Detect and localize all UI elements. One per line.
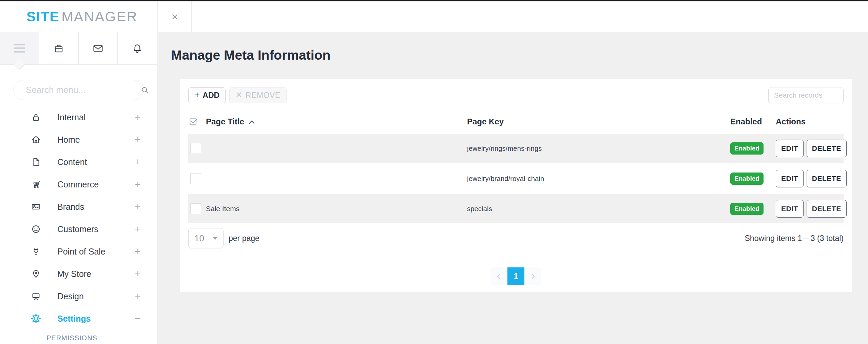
expand-icon[interactable]: + <box>135 112 141 123</box>
chevron-left-icon <box>495 272 503 280</box>
delete-button[interactable]: DELETE <box>807 200 847 218</box>
divider <box>188 260 844 260</box>
expand-icon[interactable]: + <box>135 223 141 235</box>
pager: 1 <box>490 267 541 285</box>
expand-icon[interactable]: + <box>135 156 141 168</box>
caret-down-icon <box>213 237 217 240</box>
edit-button[interactable]: EDIT <box>776 200 804 218</box>
easel-icon <box>31 291 41 302</box>
status-badge: Enabled <box>730 142 764 155</box>
expand-icon[interactable]: + <box>135 179 141 190</box>
sidebar-item-settings[interactable]: Settings − <box>0 307 157 330</box>
sidebar-item-label: Settings <box>57 314 91 324</box>
x-icon: ✕ <box>235 91 243 99</box>
cart-icon <box>31 179 41 190</box>
sidebar-item-point-of-sale[interactable]: Point of Sale + <box>0 240 157 263</box>
showing-items-text: Showing items 1 – 3 (3 total) <box>745 234 844 243</box>
mail-button[interactable] <box>79 32 118 64</box>
menu-search-input[interactable] <box>25 84 140 96</box>
logo: SITE MANAGER <box>26 1 138 32</box>
delete-button[interactable]: DELETE <box>807 140 847 157</box>
sidebar-item-my-store[interactable]: My Store + <box>0 263 157 285</box>
row-checkbox[interactable] <box>190 173 201 184</box>
sidebar-item-internal[interactable]: Internal + <box>0 106 157 128</box>
menu-search <box>13 80 144 100</box>
select-all-checkbox[interactable] <box>188 117 206 127</box>
page-key-cell: specials <box>467 205 730 213</box>
sidebar: Internal + Home + Content + Commerce + B… <box>0 32 157 344</box>
panel-toolbar: + ADD ✕ REMOVE <box>188 79 844 103</box>
sidebar-item-label: Customers <box>57 224 98 234</box>
sidebar-subitem-permissions[interactable]: PERMISSIONS <box>0 330 157 344</box>
briefcase-button[interactable] <box>39 32 79 64</box>
collapse-icon[interactable]: − <box>135 313 141 324</box>
status-badge: Enabled <box>730 203 764 215</box>
smiley-icon <box>31 224 41 235</box>
per-page-select[interactable]: 10 <box>188 228 224 248</box>
logo-site: SITE <box>26 9 59 25</box>
sidebar-item-label: Point of Sale <box>57 247 105 257</box>
pagination-controls: 10 per page Showing items 1 – 3 (3 total… <box>188 228 844 248</box>
top-strip <box>0 0 868 1</box>
gear-icon <box>31 313 41 324</box>
sidebar-item-design[interactable]: Design + <box>0 285 157 307</box>
app-header: SITE MANAGER <box>0 0 868 32</box>
page-key-cell: jewelry/rings/mens-rings <box>467 145 730 153</box>
expand-icon[interactable]: + <box>135 290 141 302</box>
remove-button[interactable]: ✕ REMOVE <box>229 87 286 103</box>
sidebar-item-commerce[interactable]: Commerce + <box>0 173 157 196</box>
sidebar-item-label: Internal <box>57 113 85 122</box>
sidebar-item-label: Commerce <box>57 180 99 189</box>
lock-icon <box>31 112 41 123</box>
close-tab-button[interactable] <box>157 1 192 32</box>
row-checkbox[interactable] <box>190 143 201 154</box>
sidebar-item-brands[interactable]: Brands + <box>0 196 157 218</box>
column-header-page-key: Page Key <box>467 117 730 126</box>
sidebar-item-label: My Store <box>57 269 91 279</box>
main-content: Manage Meta Information + ADD ✕ REMOVE P… <box>157 32 868 344</box>
expand-icon[interactable]: + <box>135 134 141 145</box>
chevron-right-icon <box>529 272 537 280</box>
prev-page-button[interactable] <box>490 267 507 285</box>
sidebar-item-label: Brands <box>57 202 84 212</box>
logo-manager: MANAGER <box>61 9 138 25</box>
expand-icon[interactable]: + <box>135 201 141 213</box>
add-button[interactable]: + ADD <box>188 87 226 103</box>
page-icon <box>31 157 41 167</box>
bell-icon <box>131 42 143 55</box>
sidebar-icon-toolbar <box>0 32 157 65</box>
expand-icon[interactable]: + <box>135 268 141 280</box>
close-icon <box>170 12 180 22</box>
column-header-enabled: Enabled <box>730 117 776 126</box>
check-square-icon <box>189 117 199 127</box>
delete-button[interactable]: DELETE <box>807 170 847 187</box>
pin-icon <box>31 268 41 279</box>
next-page-button[interactable] <box>524 267 541 285</box>
page-key-cell: jewelry/brand/royal-chain <box>467 175 730 183</box>
expand-icon[interactable]: + <box>135 246 141 257</box>
sidebar-item-content[interactable]: Content + <box>0 151 157 173</box>
current-page-button[interactable]: 1 <box>507 267 524 285</box>
notifications-button[interactable] <box>118 32 157 64</box>
home-icon <box>31 134 41 145</box>
column-header-actions: Actions <box>776 117 844 126</box>
sort-asc-icon <box>248 119 255 125</box>
sidebar-item-home[interactable]: Home + <box>0 128 157 151</box>
edit-button[interactable]: EDIT <box>776 170 804 187</box>
sidebar-menu: Internal + Home + Content + Commerce + B… <box>0 106 157 344</box>
table-header: Page Title Page Key Enabled Actions <box>188 109 844 134</box>
column-header-page-title[interactable]: Page Title <box>206 117 467 126</box>
table-row: jewelry/brand/royal-chain Enabled EDIT D… <box>188 164 844 193</box>
id-card-icon <box>31 201 41 212</box>
mail-icon <box>92 42 104 55</box>
edit-button[interactable]: EDIT <box>776 140 804 157</box>
sidebar-item-label: Design <box>57 291 84 301</box>
page-title-cell: Sale Items <box>206 205 467 213</box>
search-records-input[interactable] <box>768 87 844 103</box>
status-badge: Enabled <box>730 173 764 185</box>
plus-icon: + <box>194 90 200 100</box>
table-row: Sale Items specials Enabled EDIT DELETE <box>188 194 844 223</box>
plug-icon <box>31 246 41 257</box>
row-checkbox[interactable] <box>190 203 201 214</box>
sidebar-item-customers[interactable]: Customers + <box>0 218 157 240</box>
